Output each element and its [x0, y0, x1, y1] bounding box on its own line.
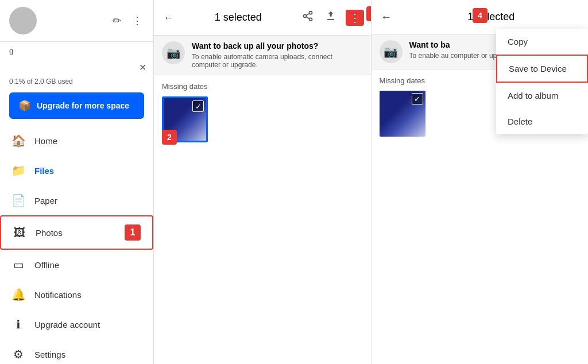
storage-text: 0.1% of 2.0 GB used	[0, 75, 153, 90]
sidebar-item-paper[interactable]: 📄 Paper	[0, 185, 153, 215]
thumb-checkbox[interactable]: ✓	[192, 100, 204, 112]
upgrade-button-label: Upgrade for more space	[37, 101, 129, 110]
right-panel-title: 1 selected	[401, 11, 582, 23]
dropdown-copy[interactable]: Copy	[496, 29, 588, 55]
sidebar-header: ✏ ⋮	[0, 0, 153, 42]
sidebar: ✏ ⋮ g ✕ 0.1% of 2.0 GB used 📦 Upgrade fo…	[0, 0, 154, 364]
photos-icon: 🖼	[13, 226, 26, 239]
avatar	[9, 7, 37, 34]
sidebar-header-icons: ✏ ⋮	[110, 14, 144, 28]
upgrade-account-icon: ℹ	[11, 317, 25, 331]
sidebar-item-label: Files	[34, 166, 54, 176]
home-icon: 🏠	[11, 134, 25, 148]
sidebar-subheader: g	[0, 42, 153, 60]
sidebar-item-label: Settings	[34, 350, 65, 359]
sidebar-item-label: Home	[34, 136, 57, 146]
step4-badge: 4	[473, 8, 488, 23]
left-panel-title: 1 selected	[184, 11, 293, 24]
left-more-icon[interactable]: ⋮ 3	[346, 10, 364, 26]
dropdown-save-to-device[interactable]: Save to Device	[496, 55, 588, 83]
sidebar-item-label: Offline	[34, 260, 59, 270]
sidebar-item-photos[interactable]: 🖼 Photos 1	[0, 215, 153, 250]
sidebar-item-label: Notifications	[34, 290, 82, 300]
left-panel-header: ← 1 selected ⋮ 3	[154, 0, 371, 36]
dropdown-delete[interactable]: Delete	[496, 109, 588, 134]
edit-icon[interactable]: ✏	[110, 14, 123, 28]
sidebar-item-files[interactable]: 📁 Files	[0, 156, 153, 185]
sidebar-item-home[interactable]: 🏠 Home	[0, 126, 153, 156]
offline-icon: ▭	[11, 258, 25, 272]
sidebar-item-upgrade-account[interactable]: ℹ Upgrade account	[0, 309, 153, 339]
dropdown-menu: Copy Save to Device Add to album Delete	[496, 29, 588, 134]
sidebar-item-settings[interactable]: ⚙ Settings	[0, 339, 153, 364]
camera-icon: 📷	[162, 41, 185, 64]
settings-icon: ⚙	[11, 347, 25, 361]
left-share-icon[interactable]	[300, 8, 316, 27]
left-back-button[interactable]: ←	[161, 9, 177, 26]
svg-point-1	[303, 15, 306, 18]
step3-badge: 3	[366, 6, 372, 21]
step2-badge: 2	[162, 130, 177, 145]
files-icon: 📁	[11, 164, 25, 177]
backup-desc: To enable automatic camera uploads, conn…	[192, 53, 363, 69]
left-save-icon[interactable]	[323, 8, 339, 27]
sidebar-item-notifications[interactable]: 🔔 Notifications	[0, 280, 153, 309]
sidebar-item-label: Upgrade account	[34, 320, 100, 330]
left-section-label: Missing dates	[154, 75, 371, 94]
right-camera-icon: 📷	[380, 40, 403, 63]
more-icon[interactable]: ⋮	[130, 14, 144, 28]
upgrade-button[interactable]: 📦 Upgrade for more space	[9, 92, 144, 119]
sidebar-item-label: Paper	[34, 196, 57, 206]
dropbox-icon: 📦	[18, 99, 31, 112]
right-panel: ← 1 selected 📷 Want to ba To enable au c…	[372, 0, 589, 364]
paper-icon: 📄	[11, 193, 25, 207]
right-back-button[interactable]: ←	[378, 8, 394, 26]
left-photo-grid: ✓	[154, 94, 371, 145]
sidebar-nav: 🏠 Home 📁 Files 📄 Paper 🖼 Photos 1 ▭ Offl…	[0, 126, 153, 364]
sidebar-item-label: Photos	[36, 228, 63, 238]
backup-text: Want to back up all your photos? To enab…	[192, 41, 363, 69]
sidebar-item-offline[interactable]: ▭ Offline	[0, 250, 153, 280]
svg-point-0	[309, 11, 312, 14]
left-photo-section: ✓ 2	[154, 94, 371, 149]
step1-badge: 1	[125, 224, 141, 241]
svg-line-3	[306, 17, 310, 18]
notifications-icon: 🔔	[11, 288, 25, 301]
right-thumb-checkbox[interactable]: ✓	[412, 93, 423, 104]
close-icon[interactable]: ✕	[139, 62, 146, 73]
svg-point-2	[309, 18, 312, 21]
right-photo-thumb[interactable]: ✓	[380, 91, 425, 137]
left-backup-banner: 📷 Want to back up all your photos? To en…	[154, 36, 371, 75]
dropdown-add-to-album[interactable]: Add to album	[496, 83, 588, 109]
svg-line-4	[306, 13, 310, 15]
left-panel: ← 1 selected ⋮ 3 📷 Want to back up all y…	[154, 0, 372, 364]
backup-title: Want to back up all your photos?	[192, 41, 363, 51]
panels: ← 1 selected ⋮ 3 📷 Want to back up all y…	[154, 0, 588, 364]
